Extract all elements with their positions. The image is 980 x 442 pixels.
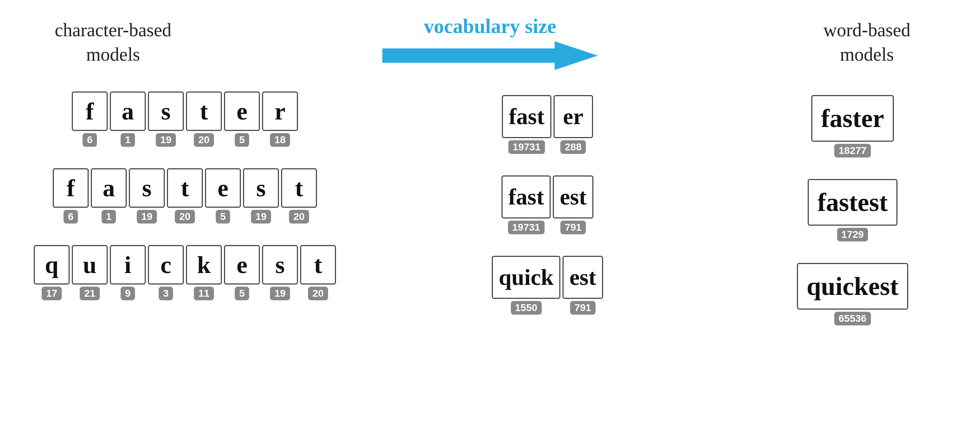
word-group-faster: faster18277	[811, 95, 894, 157]
token-badge: 1	[102, 210, 116, 223]
token-box: f	[53, 168, 89, 208]
char-card-quickest-0: q17	[34, 245, 70, 300]
char-card-fastest-6: t20	[281, 168, 317, 223]
svg-marker-0	[382, 41, 598, 70]
token-box: q	[34, 245, 70, 285]
char-card-quickest-5: e5	[224, 245, 260, 300]
token-box: fast	[501, 176, 551, 219]
char-card-faster-5: r18	[262, 92, 298, 147]
token-badge: 19731	[508, 140, 545, 154]
char-card-faster-3: t20	[186, 92, 222, 147]
column-char: f6a1s19t20e5r18f6a1s19t20e5s19t20q17u21i…	[38, 92, 332, 300]
token-box: est	[553, 176, 593, 219]
subword-card-quickest-0: quick1550	[492, 256, 560, 315]
arrow-container: vocabulary size	[174, 15, 806, 70]
token-box: t	[281, 168, 317, 208]
content-area: f6a1s19t20e5r18f6a1s19t20e5s19t20q17u21i…	[23, 92, 957, 325]
main-container: character-basedmodels vocabulary size wo…	[23, 15, 957, 427]
char-card-fastest-1: a1	[91, 168, 127, 223]
token-box: est	[563, 256, 603, 299]
char-card-faster-0: f6	[72, 92, 108, 147]
token-badge: 11	[194, 287, 213, 300]
token-badge: 17	[41, 287, 61, 300]
char-card-fastest-2: s19	[129, 168, 165, 223]
token-box: t	[186, 92, 222, 131]
token-box: quick	[492, 256, 560, 299]
token-box: s	[148, 92, 184, 131]
arrow-icon	[382, 41, 598, 70]
char-card-fastest-0: f6	[53, 168, 89, 223]
token-badge: 1729	[837, 228, 868, 241]
token-box: t	[167, 168, 203, 208]
char-card-quickest-6: s19	[262, 245, 298, 300]
header-row: character-basedmodels vocabulary size wo…	[23, 15, 957, 70]
word-group-fastest: fastest1729	[808, 179, 897, 241]
token-box: i	[110, 245, 146, 285]
token-box: quickest	[797, 263, 908, 310]
subword-group-faster: fast19731er288	[502, 95, 593, 154]
token-badge: 19	[270, 287, 290, 300]
word-card-faster: faster18277	[811, 95, 894, 157]
char-group-fastest: f6a1s19t20e5s19t20	[53, 168, 317, 223]
char-card-fastest-4: e5	[205, 168, 241, 223]
token-box: e	[224, 92, 260, 131]
column-subword: fast19731er288fast19731est791quick1550es…	[431, 95, 664, 315]
token-box: r	[262, 92, 298, 131]
char-card-fastest-3: t20	[167, 168, 203, 223]
token-badge: 20	[175, 210, 194, 223]
token-badge: 288	[560, 140, 586, 154]
token-box: e	[224, 245, 260, 285]
token-badge: 791	[570, 301, 595, 315]
token-badge: 9	[121, 287, 135, 300]
token-badge: 6	[83, 133, 97, 147]
token-badge: 19	[156, 133, 175, 147]
arrow-label: vocabulary size	[424, 15, 557, 38]
token-box: faster	[811, 95, 894, 142]
token-badge: 18277	[834, 144, 871, 157]
token-badge: 1550	[511, 301, 542, 315]
token-box: f	[72, 92, 108, 131]
char-card-quickest-1: u21	[72, 245, 108, 300]
char-card-faster-1: a1	[110, 92, 146, 147]
token-box: er	[554, 95, 593, 138]
token-box: s	[262, 245, 298, 285]
token-box: s	[243, 168, 279, 208]
token-badge: 5	[235, 287, 249, 300]
token-badge: 20	[289, 210, 309, 223]
subword-card-faster-1: er288	[554, 95, 593, 154]
token-badge: 20	[194, 133, 213, 147]
token-box: t	[300, 245, 336, 285]
left-label: character-basedmodels	[52, 18, 174, 67]
token-badge: 21	[80, 287, 99, 300]
char-card-faster-4: e5	[224, 92, 260, 147]
token-box: k	[186, 245, 222, 285]
token-box: a	[110, 92, 146, 131]
subword-card-fastest-0: fast19731	[501, 176, 551, 234]
subword-card-faster-0: fast19731	[502, 95, 551, 154]
token-box: c	[148, 245, 184, 285]
token-badge: 19	[251, 210, 270, 223]
char-card-quickest-3: c3	[148, 245, 184, 300]
token-badge: 65536	[834, 312, 871, 325]
token-box: a	[91, 168, 127, 208]
token-badge: 6	[64, 210, 78, 223]
word-card-fastest: fastest1729	[808, 179, 897, 241]
token-badge: 791	[560, 221, 586, 234]
token-badge: 20	[308, 287, 328, 300]
subword-group-quickest: quick1550est791	[492, 256, 603, 315]
char-group-faster: f6a1s19t20e5r18	[72, 92, 298, 147]
token-box: u	[72, 245, 108, 285]
char-card-fastest-5: s19	[243, 168, 279, 223]
subword-group-fastest: fast19731est791	[501, 176, 593, 234]
token-badge: 5	[235, 133, 249, 147]
word-card-quickest: quickest65536	[797, 263, 908, 325]
char-group-quickest: q17u21i9c3k11e5s19t20	[34, 245, 336, 300]
char-card-quickest-2: i9	[110, 245, 146, 300]
char-card-quickest-7: t20	[300, 245, 336, 300]
subword-card-fastest-1: est791	[553, 176, 593, 234]
subword-card-quickest-1: est791	[563, 256, 603, 315]
word-group-quickest: quickest65536	[797, 263, 908, 325]
token-box: fastest	[808, 179, 897, 226]
right-label: word-basedmodels	[806, 18, 928, 67]
token-badge: 5	[216, 210, 230, 223]
